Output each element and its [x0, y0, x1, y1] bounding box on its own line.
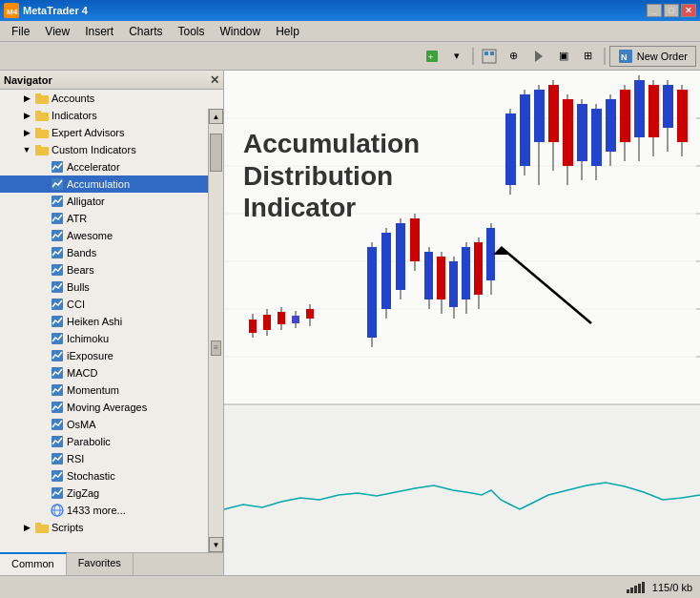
svg-rect-64	[367, 247, 377, 338]
tree-item-osma[interactable]: OsMA	[0, 416, 223, 433]
expand-ea[interactable]: ▶	[19, 125, 34, 140]
tree-item-parabolic[interactable]: Parabolic	[0, 433, 223, 450]
svg-text:+: +	[428, 52, 433, 62]
indicator-icon-awesome	[50, 228, 65, 243]
menu-charts[interactable]: Charts	[121, 23, 170, 40]
ichimoku-label: Ichimoku	[67, 333, 109, 344]
tree-scroll[interactable]: ▶ Accounts ▶	[0, 90, 223, 552]
scrollbar-thumb[interactable]	[210, 134, 222, 172]
folder-icon-accounts	[34, 91, 50, 106]
ma-label: Moving Averages	[67, 402, 147, 413]
svg-rect-13	[35, 111, 41, 114]
menu-file[interactable]: File	[4, 23, 37, 40]
tab-common[interactable]: Common	[0, 552, 67, 575]
svg-rect-90	[634, 80, 645, 137]
svg-rect-86	[606, 99, 616, 152]
svg-rect-106	[474, 242, 483, 295]
toolbar-btn-1[interactable]: +	[421, 46, 443, 67]
tree-item-ichimoku[interactable]: Ichimoku	[0, 330, 223, 347]
toolbar-btn-4[interactable]	[527, 46, 550, 67]
tree-item-accumulation[interactable]: Accumulation	[0, 175, 223, 193]
tree-item-scripts[interactable]: ▶ Scripts	[0, 519, 223, 536]
macd-label: MACD	[67, 367, 97, 379]
toolbar-btn-2[interactable]: ▾	[445, 46, 468, 67]
expand-indicators[interactable]: ▶	[19, 108, 34, 123]
expand-scripts[interactable]: ▶	[19, 520, 34, 535]
bulls-label: Bulls	[67, 281, 90, 293]
toolbar-btn-6[interactable]: ⊞	[577, 46, 600, 67]
svg-rect-11	[35, 93, 41, 97]
navigator-title: Navigator	[4, 74, 52, 86]
menu-bar: File View Insert Charts Tools Window Hel…	[0, 21, 700, 42]
svg-text:N: N	[621, 52, 628, 62]
accumulation-label: Accumulation	[67, 178, 130, 190]
expand-ci[interactable]: ▼	[19, 142, 34, 157]
toolbar-btn-5[interactable]: ▣	[552, 46, 575, 67]
parabolic-label: Parabolic	[67, 436, 111, 447]
svg-rect-54	[249, 320, 257, 333]
tree-item-custom-indicators[interactable]: ▼ Custom Indicators	[0, 141, 223, 158]
menu-insert[interactable]: Insert	[77, 23, 121, 40]
tree-item-bands[interactable]: Bands	[0, 244, 223, 261]
status-bar: 115/0 kb	[0, 575, 700, 598]
tree-item-bulls[interactable]: Bulls	[0, 278, 223, 296]
navigator-scrollbar[interactable]: ▲ ≡ ▼	[208, 109, 223, 552]
tree-item-cci[interactable]: CCI	[0, 296, 223, 313]
menu-view[interactable]: View	[37, 23, 77, 40]
tree-item-momentum[interactable]: Momentum	[0, 381, 223, 399]
svg-rect-60	[292, 316, 299, 323]
expand-accounts[interactable]: ▶	[19, 91, 34, 106]
accelerator-label: Accelerator	[67, 161, 120, 173]
chart-area[interactable]: Accumulation Distribution Indicator	[224, 71, 700, 575]
tree-item-zigzag[interactable]: ZigZag	[0, 485, 223, 502]
svg-rect-66	[381, 233, 391, 309]
ci-label: Custom Indicators	[51, 144, 136, 155]
folder-icon-indicators	[34, 108, 50, 123]
close-button[interactable]: ✕	[681, 4, 696, 17]
indicator-icon-stochastic	[50, 468, 65, 484]
menu-tools[interactable]: Tools	[171, 23, 213, 40]
menu-help[interactable]: Help	[268, 23, 307, 40]
toolbar-btn-crosshair[interactable]: ⊕	[503, 46, 525, 67]
tree-item-atr[interactable]: ATR	[0, 210, 223, 227]
navigator-close-button[interactable]: ✕	[210, 73, 219, 87]
maximize-button[interactable]: □	[664, 4, 679, 17]
tree-item-expert-advisors[interactable]: ▶ Expert Advisors	[0, 124, 223, 141]
tree-item-indicators[interactable]: ▶ Indicators	[0, 107, 223, 124]
scrollbar-down[interactable]: ▼	[209, 537, 223, 552]
minimize-button[interactable]: _	[647, 4, 662, 17]
toolbar-sep-2	[604, 48, 606, 65]
tree-item-rsi[interactable]: RSI	[0, 450, 223, 467]
tree-item-alligator[interactable]: Alligator	[0, 193, 223, 210]
tree-item-stochastic[interactable]: Stochastic	[0, 467, 223, 485]
svg-rect-78	[548, 85, 559, 142]
tree-item-moving-averages[interactable]: Moving Averages	[0, 399, 223, 416]
svg-rect-62	[306, 309, 314, 319]
svg-rect-70	[410, 218, 420, 261]
title-bar-controls[interactable]: _ □ ✕	[647, 4, 696, 17]
tab-favorites[interactable]: Favorites	[67, 553, 134, 575]
main-content: Navigator ✕ ▶ Accounts	[0, 71, 700, 575]
menu-window[interactable]: Window	[213, 23, 269, 40]
tree-item-heiken-ashi[interactable]: Heiken Ashi	[0, 313, 223, 330]
indicator-icon-bears	[50, 262, 65, 278]
toolbar-btn-3[interactable]	[478, 46, 501, 67]
title-bar-text: MetaTrader 4	[23, 5, 88, 16]
tree-item-bears[interactable]: Bears	[0, 261, 223, 278]
scripts-label: Scripts	[51, 522, 84, 533]
indicator-icon-rsi	[50, 451, 65, 466]
indicator-icon-osma	[50, 417, 65, 432]
tree-item-iexposure[interactable]: iExposure	[0, 347, 223, 364]
scrollbar-up[interactable]: ▲	[209, 109, 223, 124]
tree-item-awesome[interactable]: Awesome	[0, 227, 223, 244]
rsi-label: RSI	[67, 453, 84, 464]
tree-item-macd[interactable]: MACD	[0, 364, 223, 381]
tree-item-accelerator[interactable]: Accelerator	[0, 158, 223, 175]
new-order-button[interactable]: N New Order	[609, 46, 696, 67]
awesome-label: Awesome	[67, 230, 113, 241]
svg-rect-80	[563, 99, 573, 166]
tree-item-accounts[interactable]: ▶ Accounts	[0, 90, 223, 107]
tree-item-more[interactable]: 1433 more...	[0, 502, 223, 519]
indicator-icon-bands	[50, 245, 65, 260]
svg-rect-84	[591, 109, 602, 166]
